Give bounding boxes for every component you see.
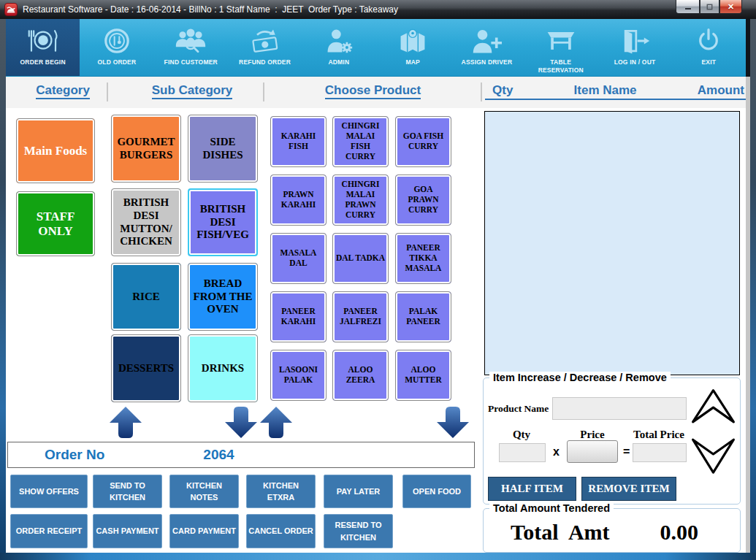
price-label: Price bbox=[567, 429, 618, 441]
action-button[interactable]: CASH PAYMENT bbox=[93, 514, 162, 548]
category-button[interactable]: STAFF ONLY bbox=[16, 191, 95, 256]
choose-product-header: Choose Product bbox=[280, 83, 466, 98]
product-button[interactable]: MASALA DAL bbox=[270, 233, 327, 284]
action-button[interactable]: CANCEL ORDER bbox=[246, 514, 316, 548]
subcategory-button[interactable]: GOURMET BURGERS bbox=[111, 115, 181, 183]
person-gear-icon bbox=[324, 26, 354, 56]
window-title: Restaurant Software - Date : 16-06-2014 … bbox=[23, 4, 398, 15]
order-no-value: 2064 bbox=[203, 447, 234, 463]
toolbar-item-label: REFUND ORDER bbox=[239, 58, 291, 66]
toolbar-item-label: EXIT bbox=[701, 58, 716, 66]
qty-field[interactable] bbox=[499, 443, 546, 462]
total-amt-value: 0.00 bbox=[660, 520, 699, 545]
toolbar-item-log-in-out[interactable]: LOG IN / OUT bbox=[597, 19, 671, 76]
toolbar-item-assign-driver[interactable]: ASSIGN DRIVER bbox=[450, 19, 524, 76]
subcategory-button[interactable]: BREAD FROM THE OVEN bbox=[188, 263, 258, 331]
action-button[interactable]: SHOW OFFERS bbox=[10, 475, 88, 508]
toolbar-item-admin[interactable]: ADMIN bbox=[302, 19, 375, 76]
close-button[interactable]: ✕ bbox=[719, 0, 742, 14]
subcategory-button[interactable]: RICE bbox=[111, 263, 181, 331]
toolbar-item-label: ORDER BEGIN bbox=[20, 58, 66, 66]
total-price-field[interactable] bbox=[633, 443, 687, 462]
app-logo-icon bbox=[4, 3, 18, 16]
toolbar-item-label: FIND CUSTOMER bbox=[164, 58, 218, 66]
product-button[interactable]: ALOO MUTTER bbox=[395, 350, 451, 401]
order-no-label: Order No bbox=[45, 447, 104, 463]
toolbar-item-find-customer[interactable]: FIND CUSTOMER bbox=[154, 19, 228, 76]
order-items-list[interactable] bbox=[484, 111, 740, 375]
subcategory-button[interactable]: DESSERTS bbox=[111, 334, 181, 402]
subcategory-scroll-up-arrow[interactable] bbox=[109, 406, 142, 439]
toolbar-item-table-reservation[interactable]: TABLE RESERVATION bbox=[524, 19, 597, 76]
item-decrease-arrow[interactable] bbox=[690, 432, 736, 479]
toolbar-item-old-order[interactable]: OLD ORDER bbox=[80, 19, 153, 76]
subcategory-button[interactable]: BRITISH DESI FISH/VEG bbox=[188, 188, 258, 256]
subcategory-button[interactable]: DRINKS bbox=[188, 334, 258, 402]
toolbar-item-refund-order[interactable]: REFUND ORDER bbox=[228, 19, 302, 76]
toolbar-item-label: LOG IN / OUT bbox=[614, 58, 656, 66]
action-button[interactable]: ORDER RECEIPT bbox=[10, 514, 88, 548]
product-button[interactable]: PRAWN KARAHI bbox=[270, 174, 327, 226]
subcategory-button[interactable]: SIDE DISHES bbox=[188, 115, 258, 183]
item-increase-arrow[interactable] bbox=[690, 387, 736, 432]
plate-fork-knife-icon bbox=[27, 26, 59, 56]
product-button[interactable]: GOA FISH CURRY bbox=[395, 116, 451, 167]
product-button[interactable]: CHINGRI MALAI FISH CURRY bbox=[332, 116, 389, 167]
toolbar-item-label: ADMIN bbox=[328, 58, 349, 66]
action-button[interactable]: PAY LATER bbox=[324, 475, 393, 508]
product-button[interactable]: ALOO ZEERA bbox=[332, 350, 389, 401]
header-separator bbox=[107, 83, 108, 101]
remove-item-button[interactable]: REMOVE ITEM bbox=[581, 477, 676, 501]
times-symbol: x bbox=[553, 445, 560, 459]
product-scroll-down-arrow[interactable] bbox=[436, 406, 470, 439]
half-item-button[interactable]: HALF ITEM bbox=[488, 477, 576, 501]
product-button[interactable]: PANEER KARAHI bbox=[270, 291, 327, 342]
toolbar-item-label: MAP bbox=[405, 58, 420, 66]
person-plus-icon bbox=[471, 26, 502, 56]
price-field[interactable] bbox=[567, 440, 618, 463]
action-button[interactable]: OPEN FOOD bbox=[402, 475, 471, 508]
window-frame-inner-strip bbox=[746, 77, 750, 553]
toolbar-item-order-begin[interactable]: ORDER BEGIN bbox=[6, 19, 80, 76]
door-arrow-icon bbox=[619, 26, 651, 56]
subcategory-button[interactable]: BRITISH DESI MUTTON/ CHICKEN bbox=[111, 188, 181, 256]
window-frame-bottom bbox=[0, 553, 756, 560]
total-legend: Total Amount Tendered bbox=[489, 502, 614, 514]
product-button[interactable]: PANEER TIKKA MASALA bbox=[395, 233, 451, 284]
action-button[interactable]: RESEND TO KITCHEN bbox=[324, 514, 393, 548]
power-icon bbox=[695, 26, 722, 56]
action-button[interactable]: KITCHEN ETXRA bbox=[246, 475, 316, 508]
action-button[interactable]: SEND TO KITCHEN bbox=[93, 475, 162, 508]
action-button[interactable]: KITCHEN NOTES bbox=[169, 475, 239, 508]
minimize-button[interactable] bbox=[676, 0, 700, 14]
product-button[interactable]: PANEER JALFREZI bbox=[332, 291, 389, 342]
toolbar-item-label: TABLE RESERVATION bbox=[527, 58, 595, 74]
product-button[interactable]: KARAHI FISH bbox=[270, 116, 327, 167]
maximize-button[interactable] bbox=[700, 0, 719, 14]
product-button[interactable]: CHINGRI MALAI PRAWN CURRY bbox=[332, 174, 389, 226]
product-button[interactable]: LASOONI PALAK bbox=[270, 350, 327, 401]
category-header: Category bbox=[12, 83, 114, 98]
total-row: Total Amt 0.00 bbox=[483, 514, 741, 551]
product-button[interactable]: GOA PRAWN CURRY bbox=[395, 174, 451, 226]
qty-label: Qty bbox=[497, 429, 546, 441]
toolbar-item-label: ASSIGN DRIVER bbox=[462, 58, 513, 66]
item-adjust-legend: Item Increase / Decrease / Remove bbox=[489, 372, 671, 383]
product-scroll-up-arrow[interactable] bbox=[259, 406, 293, 439]
toolbar-item-map[interactable]: MAP bbox=[375, 19, 449, 76]
money-refund-icon bbox=[249, 26, 281, 56]
product-button[interactable]: DAL TADKA bbox=[332, 233, 389, 284]
product-name-field[interactable] bbox=[552, 397, 687, 420]
round-plate-icon bbox=[103, 26, 131, 56]
window-frame-right bbox=[750, 19, 756, 560]
order-number-bar: Order No 2064 bbox=[7, 442, 475, 468]
equals-symbol: = bbox=[623, 445, 630, 459]
total-price-label: Total Price bbox=[628, 429, 690, 441]
category-button[interactable]: Main Foods bbox=[16, 118, 95, 183]
item-name-header: Item Name bbox=[513, 83, 697, 98]
product-button[interactable]: PALAK PANEER bbox=[395, 291, 451, 342]
subcategory-scroll-down-arrow[interactable] bbox=[224, 406, 258, 439]
action-button[interactable]: CARD PAYMENT bbox=[169, 514, 239, 548]
toolbar-item-exit[interactable]: EXIT bbox=[672, 19, 746, 76]
amount-header: Amount bbox=[698, 83, 744, 98]
